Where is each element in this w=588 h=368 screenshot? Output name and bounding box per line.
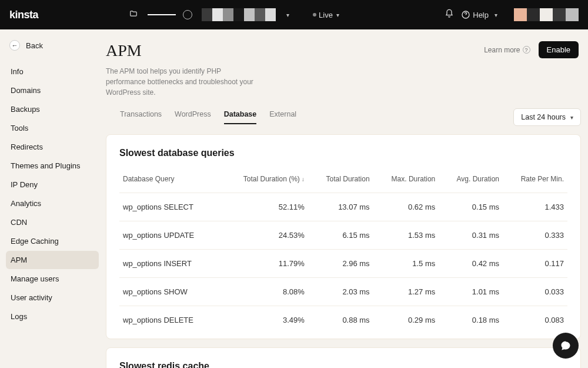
time-range-selector[interactable]: Last 24 hours ▾ [513, 108, 581, 126]
back-button[interactable]: ← Back [6, 38, 99, 62]
column-header[interactable]: Avg. Duration [439, 170, 503, 193]
cell-avg: 0.15 ms [439, 193, 503, 221]
chevron-down-icon: ▾ [570, 114, 573, 121]
folder-label-bar [148, 14, 176, 15]
cell-q: wp_options SELECT [119, 193, 220, 221]
slowest-queries-card: Slowest database queries Database QueryT… [106, 134, 581, 339]
cell-rate: 0.117 [503, 250, 567, 278]
cell-q: wp_options DELETE [119, 306, 220, 334]
tab-transactions[interactable]: Transactions [120, 110, 162, 124]
table-row[interactable]: wp_options SHOW8.08%2.03 ms1.27 ms1.01 m… [119, 278, 567, 306]
cell-total: 2.03 ms [308, 278, 373, 306]
sidebar-item-apm[interactable]: APM [6, 251, 99, 269]
cell-rate: 0.333 [503, 221, 567, 250]
cell-pct: 24.53% [220, 221, 308, 250]
site-swatches[interactable] [202, 8, 276, 21]
sidebar-item-redirects[interactable]: Redirects [6, 138, 99, 156]
chevron-down-icon: ▾ [336, 12, 339, 18]
cell-pct: 52.11% [220, 193, 308, 221]
cell-avg: 0.18 ms [439, 306, 503, 334]
cell-max: 0.62 ms [373, 193, 439, 221]
cell-avg: 0.42 ms [439, 250, 503, 278]
cell-pct: 3.49% [220, 306, 308, 334]
page-subtitle: The APM tool helps you identify PHP perf… [106, 66, 259, 98]
cell-total: 0.88 ms [308, 306, 373, 334]
table-row[interactable]: wp_options UPDATE24.53%6.15 ms1.53 ms0.3… [119, 221, 567, 250]
back-label: Back [26, 41, 43, 50]
table-row[interactable]: wp_options SELECT52.11%13.07 ms0.62 ms0.… [119, 193, 567, 221]
cell-rate: 0.083 [503, 306, 567, 334]
sort-desc-icon: ↓ [302, 176, 305, 183]
chevron-down-icon[interactable]: ▾ [286, 12, 289, 18]
cell-total: 6.15 ms [308, 221, 373, 250]
environment-selector[interactable]: Live ▾ [313, 11, 343, 19]
live-label: Live [319, 11, 333, 19]
cell-rate: 0.033 [503, 278, 567, 306]
table-row[interactable]: wp_options DELETE3.49%0.88 ms0.29 ms0.18… [119, 306, 567, 334]
help-label: Help [473, 11, 489, 19]
cell-max: 1.27 ms [373, 278, 439, 306]
cell-avg: 1.01 ms [439, 278, 503, 306]
bell-icon[interactable] [445, 9, 454, 21]
card-title: Slowest redis cache [119, 361, 567, 368]
cell-max: 0.29 ms [373, 306, 439, 334]
chat-icon [560, 340, 572, 352]
chevron-down-icon: ▾ [495, 12, 497, 18]
logo[interactable]: kinsta [9, 9, 38, 21]
slowest-redis-card: Slowest redis cache [106, 347, 581, 368]
cell-q: wp_options SHOW [119, 278, 220, 306]
cell-pct: 11.79% [220, 250, 308, 278]
card-title: Slowest database queries [119, 148, 567, 158]
help-menu[interactable]: Help ▾ [461, 10, 501, 19]
live-dot-icon [313, 13, 316, 16]
column-header[interactable]: Total Duration (%)↓ [220, 170, 308, 193]
sidebar-item-logs[interactable]: Logs [6, 307, 99, 326]
enable-button[interactable]: Enable [539, 41, 579, 58]
sidebar-item-themes-and-plugins[interactable]: Themes and Plugins [6, 157, 99, 175]
avatar[interactable] [514, 8, 579, 21]
column-header[interactable]: Database Query [119, 170, 220, 193]
sidebar-item-ip-deny[interactable]: IP Deny [6, 175, 99, 194]
tab-external[interactable]: External [269, 110, 296, 124]
cell-rate: 1.433 [503, 193, 567, 221]
wordpress-icon[interactable] [183, 10, 192, 19]
column-header[interactable]: Total Duration [308, 170, 373, 193]
cell-q: wp_options UPDATE [119, 221, 220, 250]
learn-more-link[interactable]: Learn more ? [484, 46, 530, 54]
cell-total: 2.96 ms [308, 250, 373, 278]
sidebar-item-edge-caching[interactable]: Edge Caching [6, 232, 99, 250]
main-content: APM The APM tool helps you identify PHP … [105, 29, 588, 368]
help-circle-icon: ? [523, 46, 530, 54]
sidebar-item-domains[interactable]: Domains [6, 81, 99, 100]
table-row[interactable]: wp_options INSERT11.79%2.96 ms1.5 ms0.42… [119, 250, 567, 278]
folder-icon[interactable] [129, 9, 138, 20]
chat-launcher[interactable] [553, 333, 579, 359]
sidebar-item-user-activity[interactable]: User activity [6, 289, 99, 307]
arrow-left-icon: ← [9, 40, 20, 51]
sidebar-item-manage-users[interactable]: Manage users [6, 270, 99, 288]
sidebar-item-cdn[interactable]: CDN [6, 213, 99, 231]
tabs: TransactionsWordPressDatabaseExternal [106, 110, 296, 124]
cell-avg: 0.31 ms [439, 221, 503, 250]
cell-max: 1.5 ms [373, 250, 439, 278]
cell-q: wp_options INSERT [119, 250, 220, 278]
topbar: kinsta ▾ Live ▾ Help ▾ [0, 0, 588, 29]
sidebar: ← Back InfoDomainsBackupsToolsRedirectsT… [0, 29, 105, 368]
sidebar-item-info[interactable]: Info [6, 62, 99, 81]
column-header[interactable]: Rate Per Min. [503, 170, 567, 193]
tab-database[interactable]: Database [224, 110, 257, 124]
sidebar-item-backups[interactable]: Backups [6, 100, 99, 118]
sidebar-item-analytics[interactable]: Analytics [6, 194, 99, 213]
column-header[interactable]: Max. Duration [373, 170, 439, 193]
cell-total: 13.07 ms [308, 193, 373, 221]
sidebar-item-tools[interactable]: Tools [6, 119, 99, 137]
page-title: APM [106, 41, 259, 60]
queries-table: Database QueryTotal Duration (%)↓Total D… [119, 170, 567, 334]
cell-pct: 8.08% [220, 278, 308, 306]
cell-max: 1.53 ms [373, 221, 439, 250]
tab-wordpress[interactable]: WordPress [175, 110, 211, 124]
